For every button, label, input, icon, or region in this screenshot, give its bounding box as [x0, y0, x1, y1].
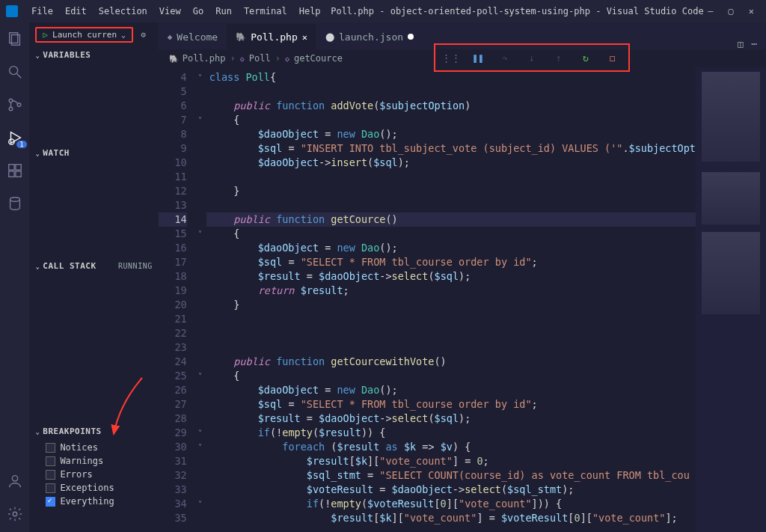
maximize-icon[interactable]: ▢ [729, 6, 734, 16]
svg-rect-11 [8, 171, 13, 177]
section-callstack[interactable]: ⌄CALL STACKRUNNING [29, 258, 158, 274]
breadcrumb-separator: › [275, 53, 281, 64]
tab-poll-php[interactable]: 🐘Poll.php✕ [227, 24, 316, 49]
restart-icon[interactable]: ↻ [579, 51, 592, 64]
editor-group: ◆Welcome🐘Poll.php✕⬤launch.json ◫ ⋯ 🐘Poll… [159, 22, 766, 532]
split-editor-icon[interactable]: ◫ [738, 38, 744, 49]
account-icon[interactable] [6, 472, 24, 490]
tab-label: launch.json [339, 31, 403, 43]
stop-icon[interactable]: ◻ [606, 51, 619, 64]
breadcrumb-icon: ◇ [240, 55, 245, 63]
breakpoint-warnings[interactable]: Warnings [46, 454, 158, 468]
menu-terminal[interactable]: Terminal [238, 6, 293, 16]
breadcrumb-icon: 🐘 [169, 55, 178, 63]
menu-bar: FileEditSelectionViewGoRunTerminalHelp [25, 6, 327, 16]
svg-point-15 [13, 512, 17, 516]
tab-label: Poll.php [251, 31, 298, 43]
vscode-icon [6, 5, 18, 17]
checkbox-icon[interactable] [46, 483, 55, 493]
section-variables[interactable]: ⌄VARIABLES [29, 47, 158, 63]
checkbox-icon[interactable] [46, 497, 55, 507]
explorer-icon[interactable] [6, 30, 24, 48]
json-file-icon: ⬤ [325, 32, 334, 42]
chevron-down-icon[interactable]: ⌄ [121, 31, 126, 39]
breadcrumb-item[interactable]: getCource [294, 53, 343, 64]
breakpoint-label: Exceptions [60, 483, 114, 493]
debug-sidebar: ▷ Launch curren ⌄ ⚙ ⌄VARIABLES ⌄WATCH ⌄C… [29, 22, 158, 532]
line-gutter[interactable]: 4567891011121314151617181920212223242526… [159, 67, 194, 532]
php-file-icon: 🐘 [236, 32, 246, 42]
breakpoint-notices[interactable]: Notices [46, 441, 158, 454]
step-into-icon[interactable]: ↓ [525, 51, 539, 64]
menu-view[interactable]: View [153, 6, 187, 16]
breadcrumb-separator: › [230, 53, 236, 64]
vscode-file-icon: ◆ [168, 32, 173, 42]
svg-rect-12 [16, 171, 21, 177]
svg-point-2 [9, 67, 17, 75]
tab-label: Welcome [177, 31, 218, 43]
debug-badge: 1 [16, 141, 26, 148]
checkbox-icon[interactable] [46, 443, 55, 453]
fold-gutter[interactable]: ˅˅˅˅˅˅˅ [194, 67, 206, 532]
launch-config-selector[interactable]: Launch curren [52, 30, 117, 40]
svg-point-14 [12, 476, 17, 481]
source-control-icon[interactable] [6, 96, 24, 114]
breakpoint-label: Everything [60, 496, 114, 507]
settings-icon[interactable] [6, 505, 24, 523]
section-watch[interactable]: ⌄WATCH [29, 145, 158, 161]
debug-toolbar-annotation: ⋮⋮ ❚❚ ↷ ↓ ↑ ↻ ◻ [434, 43, 630, 72]
minimize-icon[interactable]: — [708, 6, 713, 16]
checkbox-icon[interactable] [46, 470, 55, 480]
configure-gear-icon[interactable]: ⚙ [141, 30, 146, 40]
drag-handle-icon[interactable]: ⋮⋮ [444, 51, 458, 64]
breakpoint-label: Errors [60, 469, 92, 480]
menu-go[interactable]: Go [187, 6, 209, 16]
svg-rect-9 [8, 165, 13, 170]
menu-help[interactable]: Help [293, 6, 327, 16]
breadcrumb-icon: ◇ [285, 55, 289, 63]
run-debug-icon[interactable]: 1 [6, 129, 24, 147]
tab-welcome[interactable]: ◆Welcome [159, 24, 227, 49]
search-icon[interactable] [6, 63, 24, 81]
svg-point-4 [9, 99, 13, 103]
breakpoint-exceptions[interactable]: Exceptions [46, 481, 158, 495]
menu-file[interactable]: File [25, 6, 59, 16]
checkbox-icon[interactable] [46, 456, 55, 466]
code-area[interactable]: class Poll{ public function addVote($sub… [206, 67, 696, 532]
menu-run[interactable]: Run [209, 6, 238, 16]
more-actions-icon[interactable]: ⋯ [751, 38, 757, 49]
database-icon[interactable] [6, 195, 24, 213]
breadcrumb-item[interactable]: Poll [249, 53, 271, 64]
menu-selection[interactable]: Selection [93, 6, 153, 16]
callstack-state: RUNNING [118, 262, 153, 270]
breakpoint-everything[interactable]: Everything [46, 495, 158, 508]
titlebar: FileEditSelectionViewGoRunTerminalHelp P… [0, 0, 766, 22]
breakpoints-list: NoticesWarningsErrorsExceptionsEverythin… [29, 439, 158, 511]
tab-launch-json[interactable]: ⬤launch.json [316, 24, 423, 49]
svg-line-3 [16, 74, 21, 79]
dirty-indicator-icon [408, 34, 414, 40]
minimap[interactable] [696, 67, 766, 532]
launch-config-annotation: ▷ Launch curren ⌄ [35, 27, 133, 43]
svg-point-5 [9, 107, 13, 111]
breakpoint-errors[interactable]: Errors [46, 468, 158, 481]
close-icon[interactable]: ✕ [749, 6, 754, 16]
breakpoint-label: Notices [60, 442, 98, 453]
window-title: Poll.php - object-oriented-poll-system-u… [327, 6, 708, 16]
breakpoint-label: Warnings [60, 456, 103, 466]
window-controls: — ▢ ✕ [708, 6, 760, 16]
svg-rect-10 [16, 165, 21, 170]
breadcrumb-item[interactable]: Poll.php [183, 53, 226, 64]
step-over-icon[interactable]: ↷ [498, 51, 512, 64]
svg-point-13 [10, 198, 19, 202]
extensions-icon[interactable] [6, 162, 24, 180]
start-debug-icon[interactable]: ▷ [43, 30, 48, 40]
step-out-icon[interactable]: ↑ [552, 51, 566, 64]
activity-bar: 1 [0, 22, 29, 532]
close-tab-icon[interactable]: ✕ [302, 32, 307, 43]
pause-icon[interactable]: ❚❚ [471, 51, 485, 64]
menu-edit[interactable]: Edit [59, 6, 93, 16]
section-breakpoints[interactable]: ⌄BREAKPOINTS [29, 424, 158, 439]
